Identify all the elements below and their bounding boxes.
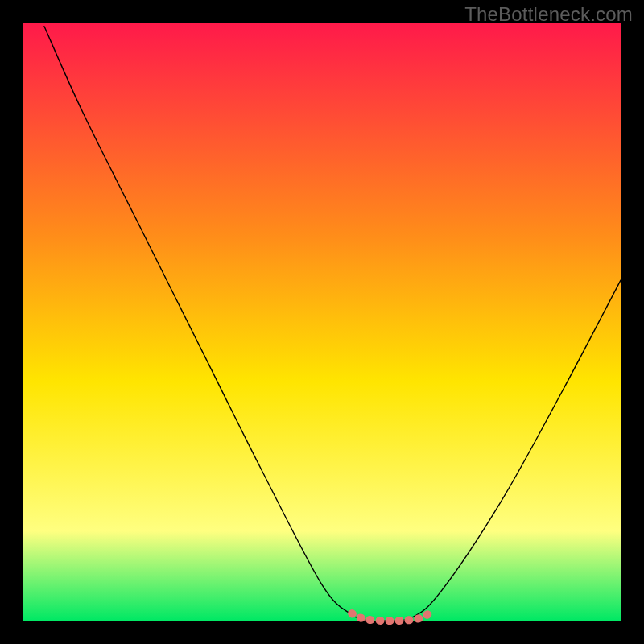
- plot-background: [23, 23, 621, 621]
- chart-frame: TheBottleneck.com: [0, 0, 644, 644]
- chart-svg: [0, 0, 644, 644]
- watermark-text: TheBottleneck.com: [464, 3, 633, 26]
